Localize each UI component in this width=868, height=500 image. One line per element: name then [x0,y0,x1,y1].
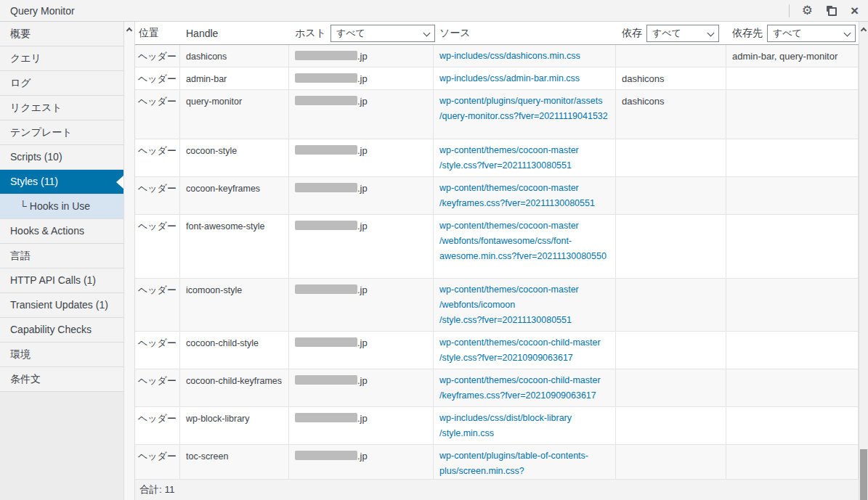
table-row: ヘッダーquery-monitor.jpwp-content/plugins/q… [135,90,859,139]
gear-icon: ⚙ [802,4,813,17]
source-link[interactable]: wp-content/themes/cocoon-master/webfonts… [439,282,579,328]
panel-menu: 概要クエリログリクエストテンプレートScripts (10)Styles (11… [0,22,123,500]
redacted-host-blur [295,284,357,294]
source-link[interactable]: wp-content/themes/cocoon-child-master/ke… [439,373,601,403]
sidebar-item-transient-updates[interactable]: Transient Updates (1) [0,293,123,318]
row-source-cell: wp-content/plugins/table-of-contents-plu… [434,445,616,479]
table-row: ヘッダーcocoon-child-keyframes.jpwp-content/… [135,369,859,407]
row-dependencies-cell [616,279,726,331]
sidebar-item-hooks-actions[interactable]: Hooks & Actions [0,219,123,244]
redacted-host-blur [295,451,357,460]
row-handle-cell: cocoon-style [180,139,289,176]
column-header-host: ホスト すべて [289,22,434,44]
sidebar-item-queries[interactable]: クエリ [0,46,123,71]
row-handle-cell: icomoon-style [180,279,289,331]
column-header-handle: Handle [180,22,289,44]
row-position-cell: ヘッダー [135,90,180,139]
row-position-cell: ヘッダー [135,139,180,176]
panel-body: 概要クエリログリクエストテンプレートScripts (10)Styles (11… [0,22,868,500]
source-link[interactable]: wp-content/plugins/query-monitor/assets/… [439,94,608,124]
row-dependencies-cell [616,139,726,176]
redacted-host-blur [295,375,357,385]
row-handle-cell: query-monitor [180,90,289,139]
row-host-cell: .jp [289,45,434,67]
table-row: ヘッダーtoc-screen.jpwp-content/plugins/tabl… [135,445,859,479]
sidebar-item-environment[interactable]: 環境 [0,343,123,367]
redacted-host-blur [295,96,357,105]
source-link[interactable]: wp-includes/css/admin-bar.min.css [439,71,580,86]
titlebar-actions: ⚙ × [789,0,868,21]
dependents-filter-select[interactable]: すべて [767,25,856,42]
row-host-cell: .jp [289,369,434,406]
row-host-cell: .jp [289,332,434,369]
scroll-up-icon[interactable] [126,28,132,33]
query-monitor-panel: Query Monitor ⚙ × 概要クエリログリクエストテンプレートScri… [0,0,868,500]
sidebar-item-conditionals[interactable]: 条件文 [0,367,123,392]
row-position-cell: ヘッダー [135,407,180,444]
host-filter-wrap: すべて [330,25,435,42]
host-suffix: .jp [357,96,368,107]
row-source-cell: wp-includes/css/dist/block-library/style… [434,407,616,444]
source-link[interactable]: wp-includes/css/dashicons.min.css [439,49,580,64]
table-rows: ヘッダーdashicons.jpwp-includes/css/dashicon… [135,45,859,479]
row-position-cell: ヘッダー [135,369,180,406]
row-position-cell: ヘッダー [135,177,180,214]
sidebar-item-styles[interactable]: Styles (11) [0,170,123,194]
host-suffix: .jp [357,375,368,386]
host-suffix: .jp [357,51,368,62]
column-header-position: 位置 [135,22,180,44]
sidebar-item-scripts[interactable]: Scripts (10) [0,145,123,170]
redacted-host-blur [295,337,357,347]
sidebar-item-request[interactable]: リクエスト [0,96,123,120]
source-link[interactable]: wp-content/plugins/table-of-contents-plu… [439,448,609,479]
row-host-cell: .jp [289,67,434,89]
sidebar-item-logs[interactable]: ログ [0,71,123,96]
sidebar-item-capability-checks[interactable]: Capability Checks [0,318,123,343]
host-suffix: .jp [357,183,368,194]
row-dependents-cell [726,139,859,176]
row-dependents-cell [726,67,859,89]
dependencies-filter-select[interactable]: すべて [646,25,719,42]
column-header-dependencies: 依存 すべて [616,22,726,44]
table-scrollbar[interactable] [859,22,868,500]
redacted-host-blur [295,73,357,83]
settings-button[interactable]: ⚙ [795,0,819,21]
source-link[interactable]: wp-content/themes/cocoon-master/keyframe… [439,181,595,211]
host-filter-select[interactable]: すべて [330,25,435,42]
scroll-up-icon[interactable] [861,28,867,33]
scrollbar-thumb[interactable] [860,449,867,500]
source-link[interactable]: wp-content/themes/cocoon-master/style.cs… [439,143,579,173]
table-row: ヘッダーicomoon-style.jpwp-content/themes/co… [135,279,859,332]
row-position-cell: ヘッダー [135,215,180,278]
sidebar-item-languages[interactable]: 言語 [0,244,123,269]
source-link[interactable]: wp-content/themes/cocoon-master/webfonts… [439,218,607,264]
table-row: ヘッダーcocoon-child-style.jpwp-content/them… [135,332,859,369]
sidebar-scrollbar[interactable] [123,22,135,500]
row-dependents-cell [726,279,859,331]
table-row: ヘッダーcocoon-keyframes.jpwp-content/themes… [135,177,859,215]
row-dependents-cell [726,445,859,479]
row-dependencies-cell [616,45,726,67]
row-dependencies-cell [616,177,726,214]
row-source-cell: wp-content/plugins/query-monitor/assets/… [434,90,616,139]
sidebar-item-template[interactable]: テンプレート [0,120,123,145]
row-handle-cell: cocoon-child-keyframes [180,369,289,406]
host-suffix: .jp [357,73,368,84]
row-position-cell: ヘッダー [135,45,180,67]
row-host-cell: .jp [289,215,434,278]
toggle-position-button[interactable] [819,0,844,21]
source-link[interactable]: wp-content/themes/cocoon-child-master/st… [439,335,601,366]
table-row: ヘッダーwp-block-library.jpwp-includes/css/d… [135,407,859,445]
sidebar-item-hooks-in-use[interactable]: └ Hooks in Use [0,194,123,219]
row-handle-cell: wp-block-library [180,407,289,444]
table-row: ヘッダーcocoon-style.jpwp-content/themes/coc… [135,139,859,177]
sidebar-item-http-api-calls[interactable]: HTTP API Calls (1) [0,269,123,293]
row-dependents-cell [726,215,859,278]
close-button[interactable]: × [844,0,865,21]
column-header-source: ソース [434,22,616,44]
dependents-filter-wrap: すべて [767,25,856,42]
source-link[interactable]: wp-includes/css/dist/block-library/style… [439,411,572,441]
row-host-cell: .jp [289,139,434,176]
table-row: ヘッダーfont-awesome-style.jpwp-content/them… [135,215,859,279]
sidebar-item-overview[interactable]: 概要 [0,22,123,46]
